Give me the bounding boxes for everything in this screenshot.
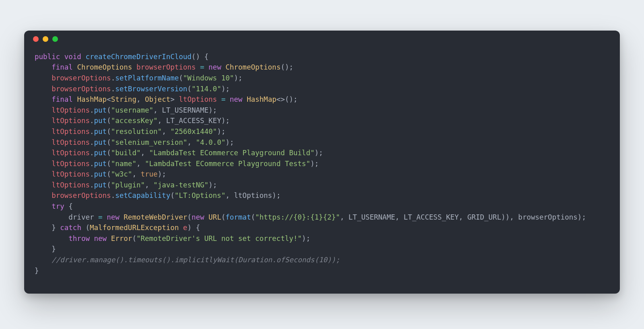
k-cap: LT:Options: [179, 191, 221, 199]
str-version: 114.0: [196, 85, 217, 93]
k-username: username: [115, 106, 149, 114]
code-window: public void createChromeDriverInCloud() …: [24, 31, 620, 294]
str-platform: Windows 10: [187, 74, 229, 82]
k-access: accessKey: [115, 117, 153, 125]
ref-browseroptions: browserOptions: [52, 74, 111, 82]
v-access: LT_ACCESS_KEY: [166, 117, 221, 125]
ctor-chromeoptions: ChromeOptions: [225, 63, 281, 71]
url-template: https://{0}:{1}{2}: [260, 213, 336, 221]
lt-5: ltOptions: [52, 149, 90, 157]
lt-4: ltOptions: [52, 138, 90, 146]
k-res: resolution: [115, 127, 157, 136]
type-remotewebdriver: RemoteWebDriver: [124, 213, 187, 221]
type-url: URL: [208, 213, 221, 221]
k-plugin: plugin: [115, 181, 140, 189]
v-name: LambdaTest ECommerce Playground Tests: [149, 160, 306, 168]
code-block: public void createChromeDriverInCloud() …: [24, 47, 620, 294]
var-driver: driver: [68, 213, 94, 221]
lt-7: ltOptions: [52, 170, 90, 178]
fn-format: format: [225, 213, 251, 221]
comment-line: //driver.manage().timeouts().implicitlyW…: [52, 256, 340, 264]
ref-browseroptions-3: browserOptions: [52, 191, 111, 199]
lt-1: ltOptions: [52, 106, 90, 114]
v-build: LambdaTest ECommerce Playground Build: [153, 149, 310, 157]
lt-8: ltOptions: [52, 181, 90, 189]
k-sel: selenium_version: [115, 138, 183, 146]
type-error: Error: [111, 234, 132, 243]
lt-3: ltOptions: [52, 127, 90, 136]
v-res: 2560x1440: [175, 127, 213, 136]
ref-browseroptions-2: browserOptions: [52, 85, 111, 93]
keyword-public-void: public void: [35, 53, 81, 61]
v-username: LT_USERNAME: [162, 106, 208, 114]
close-icon[interactable]: [33, 36, 39, 42]
arg1: LT_USERNAME: [349, 213, 395, 221]
v-w3c: true: [140, 170, 157, 178]
zoom-icon[interactable]: [52, 36, 58, 42]
v-cap: ltOptions: [234, 191, 272, 199]
k-w3c: w3c: [115, 170, 128, 178]
k-build: build: [115, 149, 136, 157]
k-name: name: [115, 160, 132, 168]
minimize-icon[interactable]: [43, 36, 48, 42]
arg3: GRID_URL: [467, 213, 501, 221]
throw-msg: RemoteDriver's URL not set correctly!: [140, 234, 297, 243]
var-browseroptions: browserOptions: [136, 63, 196, 71]
arg-browseroptions: browserOptions: [518, 213, 578, 221]
type-chromeoptions: ChromeOptions: [77, 63, 132, 71]
lt-2: ltOptions: [52, 117, 90, 125]
window-titlebar: [24, 31, 620, 47]
type-exception: MalformedURLException: [90, 224, 179, 232]
var-ltoptions: ltOptions: [179, 95, 217, 103]
var-e: e: [183, 224, 188, 232]
lt-6: ltOptions: [52, 160, 90, 168]
v-sel: 4.0.0: [200, 138, 221, 146]
arg2: LT_ACCESS_KEY: [404, 213, 459, 221]
v-plugin: java-testNG: [158, 181, 204, 189]
method-name: createChromeDriverInCloud: [85, 53, 191, 61]
